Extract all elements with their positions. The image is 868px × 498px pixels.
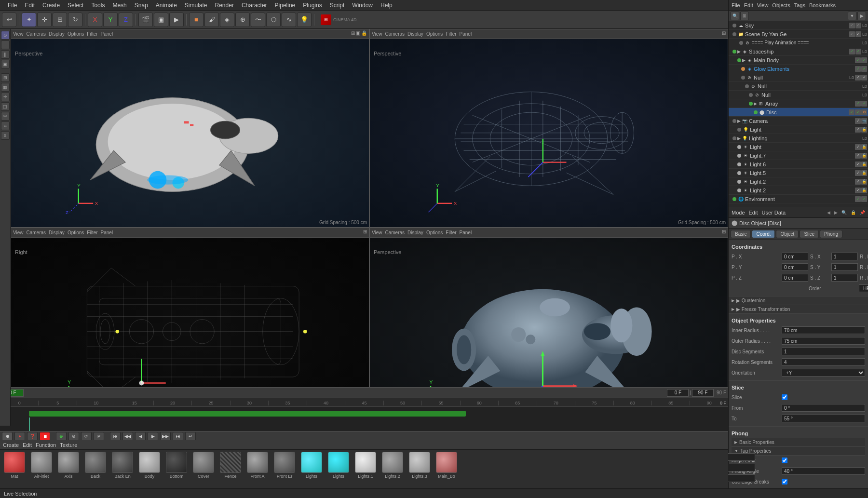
tab-phong[interactable]: Phong [820,230,842,238]
timeline-track[interactable] [0,407,728,431]
mat-airinlet[interactable]: Air-inlet [29,452,54,479]
obj-array[interactable]: ▶ ⊞ Array ✓ ✓ [729,99,868,108]
tl-playhead-2[interactable] [29,417,30,431]
l1-vis[interactable]: ✓ [855,144,861,150]
transport-loop[interactable]: ↩ [185,432,196,441]
menu-script[interactable]: Script [326,1,349,10]
basic-props-expand[interactable]: Basic Properties [732,438,865,447]
props-lock[interactable]: 🔒 [851,210,856,215]
vp2-menu-view[interactable]: View [372,31,382,37]
sx-input[interactable] [831,253,858,260]
mat-texture[interactable]: Texture [60,442,77,448]
obj-light5[interactable]: ☀ Light.5 ✓ 🔒 [729,169,868,177]
vp4-menu-panel[interactable]: Panel [460,230,472,235]
env-lock[interactable]: ✓ [861,196,867,202]
slice-checkbox[interactable] [782,394,787,400]
transport-rec-position[interactable]: ● [14,432,25,441]
tool-magnet[interactable]: ⊂ [1,121,10,130]
vp1-menu-view[interactable]: View [13,31,24,37]
transport-play-back[interactable]: ◀ [135,432,146,441]
vp1-menu-cameras[interactable]: Cameras [27,31,46,37]
tool-mirror[interactable]: ◫ [1,102,10,111]
lighting-expand[interactable]: ▶ [737,136,741,141]
l5-lock[interactable]: 🔒 [861,170,867,176]
glow-vis[interactable]: ✓ [855,66,861,72]
toolbar-y-axis[interactable]: Y [103,13,118,27]
toolbar-scale[interactable]: ⊞ [53,13,67,27]
transport-go-end[interactable]: ⏭ [173,432,183,441]
toolbar-render[interactable]: ▶ [169,13,184,27]
vp4-menu-view[interactable]: View [372,230,382,235]
lightcam-lock[interactable]: 🔒 [861,127,867,133]
edge-breaks-check[interactable] [782,479,787,485]
mat-lights-3[interactable]: Lights.3 [407,452,432,479]
vp3-menu-panel[interactable]: Panel [101,230,113,235]
disc-render[interactable]: ⊘ [861,109,867,115]
vp1-menu-display[interactable]: Display [49,31,65,37]
toolbar-move[interactable]: ✛ [37,13,52,27]
pz-input[interactable] [782,274,808,282]
toolbar-light[interactable]: 💡 [297,13,312,27]
obj-expand-btn[interactable]: ▶ [857,12,866,20]
disc-lock[interactable]: ✓ [855,109,861,115]
obj-sky[interactable]: ☁ Sky ✓ ✓ L0 [729,21,868,30]
vp1-fullscreen-icon[interactable]: ▣ [356,30,360,36]
mat-fence[interactable]: Fence [218,452,243,479]
toolbar-x-axis[interactable]: X [88,13,102,27]
slice-from-input[interactable] [782,404,865,412]
obj-light2b[interactable]: ☀ Light.2 ✓ 🔒 [729,186,868,195]
mat-lights-2[interactable]: Lights.2 [380,452,405,479]
obj-camera[interactable]: ▶ 📷 Camera ✓ 📹 [729,117,868,125]
menu-file[interactable]: File [4,1,21,10]
slice-to-input[interactable] [782,415,865,422]
disc-segments-input[interactable] [782,348,865,355]
obj-light1[interactable]: ☀ Light ✓ 🔒 [729,143,868,151]
props-mode-tab[interactable]: Mode [732,210,745,215]
quaternion-section[interactable]: ▶ Quaternion [729,296,868,305]
mb-vis[interactable]: ✓ [855,57,861,63]
menu-edit[interactable]: Edit [21,1,39,10]
mat-back[interactable]: Back [83,452,108,479]
vp4-expand-icon[interactable]: ⊞ [722,229,726,234]
tool-workplane[interactable]: ▦ [1,83,10,92]
tool-mode-points[interactable]: · [1,40,10,49]
tool-knife[interactable]: ✂ [1,112,10,121]
env-vis[interactable]: ✓ [855,196,861,202]
transport-motion-clip[interactable]: P [94,432,104,441]
menu-create[interactable]: Create [39,1,64,10]
toolbar-bool[interactable]: ⊕ [235,13,250,27]
props-nav-left[interactable]: ◀ [827,210,830,215]
toolbar-field[interactable]: ⬡ [266,13,281,27]
array-expand[interactable]: ▶ [754,101,757,106]
null1-lock[interactable]: ✓ [861,75,867,81]
toolbar-deform[interactable]: 〜 [251,13,265,27]
tab-basic[interactable]: Basic [731,230,751,238]
props-search[interactable]: 🔍 [841,210,847,215]
vp3-menu-filter[interactable]: Filter [87,230,97,235]
cam-render[interactable]: 📹 [861,118,867,124]
mat-lights2[interactable]: Lights [326,452,351,479]
transport-record-keys[interactable]: ⏺ [2,432,13,441]
viewport-1-perspective[interactable]: View Cameras Display Options Filter Pane… [11,29,369,228]
tl-start-frame[interactable] [667,389,689,397]
mat-lights1[interactable]: Lights [299,452,324,479]
transport-rec-rotation[interactable]: ⏹ [40,432,50,441]
transport-del-key[interactable]: ⊖ [68,432,79,441]
l5-vis[interactable]: ✓ [855,170,861,176]
mat-create[interactable]: Create [3,442,19,448]
rotation-segments-input[interactable] [782,358,865,366]
tab-slice[interactable]: Slice [800,230,819,238]
obj-search-btn[interactable]: 🔍 [731,12,739,20]
tool-mode-edges[interactable]: ∥ [1,50,10,59]
rp-menu-file[interactable]: File [732,2,740,8]
vp1-canvas[interactable]: Perspective [11,39,369,227]
toolbar-rotate[interactable]: ↻ [68,13,82,27]
tab-coord[interactable]: Coord. [752,230,775,238]
toolbar-cube[interactable]: ■ [189,13,203,27]
spaceship-expand[interactable]: ▶ [737,49,741,54]
vp4-menu-display[interactable]: Display [407,230,423,235]
mat-function[interactable]: Function [36,442,56,448]
phong-angle-input[interactable] [782,467,865,475]
angle-limit-check[interactable] [782,458,787,463]
toolbar-render-view[interactable]: ▣ [154,13,168,27]
